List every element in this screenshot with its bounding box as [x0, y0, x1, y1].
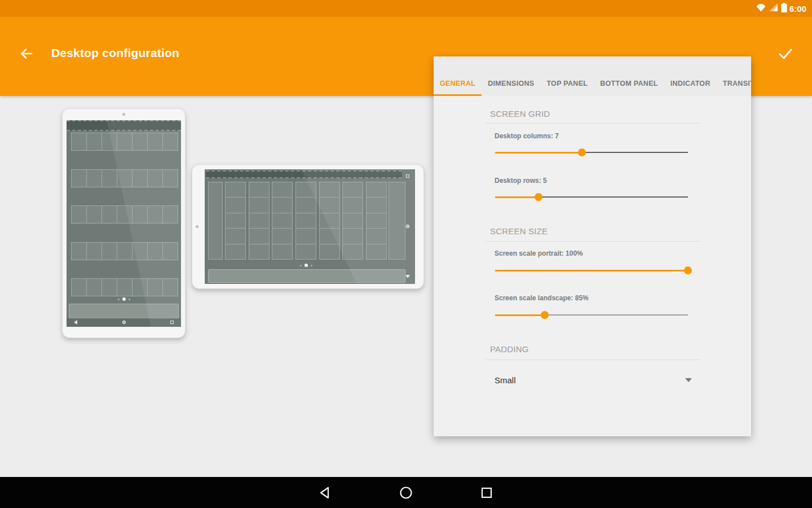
tab-bar: GENERAL DIMENSIONS TOP PANEL BOTTOM PANE… [434, 56, 751, 96]
desktop-configuration-screen: 6:00 Desktop configuration [0, 0, 812, 508]
desktop-columns-label: Desktop columns: 7 [495, 132, 559, 140]
mini-recents-icon [170, 321, 174, 324]
grid-band [71, 278, 178, 296]
screen-scale-portrait-slider[interactable] [493, 266, 690, 274]
grid-band [366, 182, 387, 260]
battery-icon [781, 3, 787, 15]
mini-nav-bar [404, 169, 412, 284]
confirm-check-icon[interactable] [776, 44, 795, 63]
back-icon[interactable] [318, 485, 333, 500]
top-panel-preview [67, 120, 181, 131]
home-icon[interactable] [399, 485, 413, 500]
cell-signal-icon [769, 3, 778, 14]
status-icons [756, 3, 787, 15]
mini-back-icon [405, 275, 410, 278]
slider-thumb[interactable] [684, 266, 692, 274]
grid-band [71, 242, 178, 260]
mini-home-icon [406, 225, 409, 228]
mini-nav-bar [67, 318, 181, 327]
chevron-down-icon [685, 378, 692, 382]
mini-home-icon [122, 321, 126, 324]
grid-band [319, 182, 340, 260]
recents-icon[interactable] [479, 485, 494, 500]
grid-band [342, 182, 363, 260]
landscape-screen-preview [205, 169, 415, 284]
grid-band [225, 182, 246, 260]
status-time: 6:00 [789, 4, 806, 14]
left-panel-preview [208, 182, 223, 260]
desktop-grid-preview [71, 133, 178, 296]
right-panel-preview [389, 182, 405, 260]
status-bar: 6:00 [0, 0, 812, 17]
grid-band [71, 133, 178, 151]
grid-band [71, 169, 178, 187]
tab-dimensions[interactable]: DIMENSIONS [482, 71, 540, 96]
desktop-rows-label: Desktop rows: 5 [495, 177, 547, 185]
tab-bottom-panel[interactable]: BOTTOM PANEL [594, 71, 664, 96]
wifi-icon [756, 3, 766, 14]
grid-band [249, 182, 270, 260]
desktop-grid-preview [225, 182, 387, 260]
divider [486, 123, 700, 124]
back-arrow-icon[interactable] [17, 44, 36, 63]
tab-general[interactable]: GENERAL [434, 71, 482, 96]
camera-dot-icon [122, 113, 125, 116]
portrait-screen-preview [67, 120, 181, 327]
landscape-device-preview [192, 164, 424, 289]
settings-panel: GENERAL DIMENSIONS TOP PANEL BOTTOM PANE… [434, 56, 751, 436]
mini-back-icon [74, 320, 77, 325]
mini-recents-icon [406, 174, 409, 178]
desktop-rows-slider[interactable] [493, 193, 690, 201]
section-title-padding: PADDING [490, 344, 529, 354]
slider-thumb[interactable] [578, 148, 586, 156]
tab-indicator[interactable]: INDICATOR [664, 71, 717, 96]
slider-thumb[interactable] [535, 193, 542, 201]
section-title-screen-grid: SCREEN GRID [490, 109, 550, 119]
dock-preview [208, 269, 405, 283]
screen-scale-landscape-slider[interactable] [493, 311, 690, 319]
desktop-columns-slider[interactable] [493, 148, 690, 156]
top-panel-preview [206, 170, 402, 178]
camera-dot-icon [196, 225, 198, 228]
page-indicator-dots [225, 264, 387, 267]
slider-thumb[interactable] [541, 311, 549, 319]
screen-scale-landscape-label: Screen scale landscape: 85% [495, 294, 589, 302]
android-navigation-bar [0, 477, 812, 508]
section-title-screen-size: SCREEN SIZE [490, 226, 548, 236]
grid-band [71, 205, 178, 224]
page-indicator-dots [67, 297, 181, 301]
tab-top-panel[interactable]: TOP PANEL [540, 71, 594, 96]
grid-band [272, 182, 293, 260]
page-title: Desktop configuration [51, 46, 179, 60]
divider [486, 241, 700, 242]
padding-dropdown[interactable]: Small [495, 371, 692, 388]
grid-band [295, 182, 316, 260]
screen-scale-portrait-label: Screen scale portrait: 100% [495, 249, 583, 257]
divider [486, 360, 700, 360]
padding-dropdown-value: Small [495, 375, 516, 385]
dock-preview [69, 304, 179, 318]
portrait-device-preview [62, 108, 186, 338]
tab-transitions[interactable]: TRANSIT [717, 71, 751, 96]
